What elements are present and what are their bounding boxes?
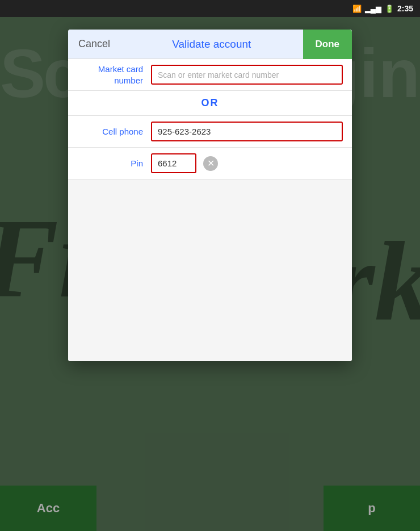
dialog: Cancel Validate account Done Market card… — [68, 30, 352, 361]
status-bar: 📶 ▂▄▆ 🔋 2:35 — [0, 0, 420, 17]
pin-label: Pin — [77, 158, 151, 169]
pin-row: Pin ✕ — [68, 148, 352, 179]
cancel-button[interactable]: Cancel — [68, 30, 120, 59]
pin-input[interactable] — [151, 153, 196, 173]
clear-icon[interactable]: ✕ — [203, 156, 218, 171]
market-card-input[interactable] — [151, 65, 343, 85]
wifi-icon: 📶 — [352, 5, 362, 13]
or-text: OR — [201, 97, 219, 109]
cell-phone-row: Cell phone — [68, 116, 352, 148]
form-body: Market cardnumber OR Cell phone Pin ✕ — [68, 59, 352, 179]
dialog-empty-area — [68, 179, 352, 361]
signal-icon: ▂▄▆ — [365, 5, 381, 13]
market-card-label: Market cardnumber — [77, 64, 151, 86]
cell-phone-input[interactable] — [151, 122, 343, 141]
market-card-row: Market cardnumber — [68, 59, 352, 91]
cell-phone-label: Cell phone — [77, 126, 151, 137]
dialog-overlay: Cancel Validate account Done Market card… — [0, 17, 420, 531]
dialog-header: Cancel Validate account Done — [68, 30, 352, 59]
dialog-title: Validate account — [120, 38, 303, 51]
pin-input-wrapper: ✕ — [151, 153, 343, 173]
done-button[interactable]: Done — [303, 30, 352, 59]
battery-icon: 🔋 — [385, 5, 394, 13]
status-time: 2:35 — [397, 4, 413, 13]
or-row: OR — [68, 91, 352, 116]
